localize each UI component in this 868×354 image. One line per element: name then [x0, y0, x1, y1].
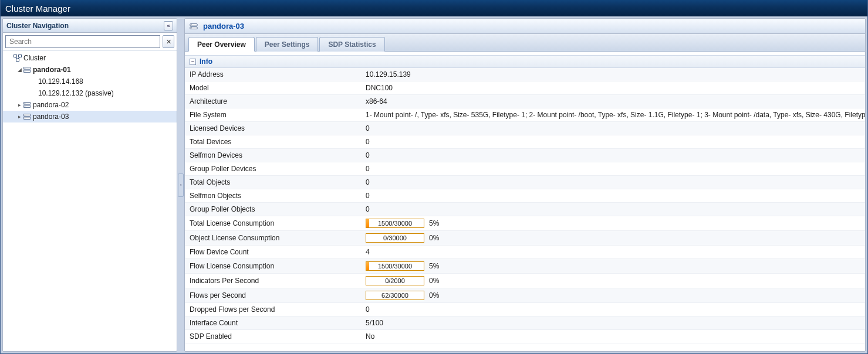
search-input[interactable]	[5, 35, 160, 48]
progress-label: 1500/30000	[378, 220, 412, 227]
svg-point-17	[191, 24, 192, 25]
server-icon	[23, 101, 31, 108]
tab-peer settings[interactable]: Peer Settings	[256, 37, 319, 52]
svg-rect-11	[23, 114, 31, 117]
svg-rect-0	[14, 55, 17, 57]
svg-point-14	[25, 118, 25, 118]
progress-label: 62/30000	[381, 292, 408, 299]
svg-rect-15	[190, 23, 197, 26]
progress-bar: 1500/30000	[366, 261, 424, 271]
info-value: 10.129.15.139	[361, 68, 865, 81]
progress-bar: 62/30000	[366, 291, 424, 300]
svg-rect-2	[16, 59, 19, 62]
content-title: pandora-03	[203, 22, 244, 30]
info-label: Flows per Second	[185, 288, 361, 303]
progress-label: 0/30000	[383, 234, 407, 241]
tab-label: SDP Statistics	[328, 40, 376, 49]
tab-peer overview[interactable]: Peer Overview	[188, 37, 255, 52]
info-value: No	[361, 330, 865, 343]
progress-percent: 5%	[429, 262, 445, 270]
expander-icon[interactable]: ▸	[16, 102, 23, 108]
svg-point-5	[25, 68, 25, 69]
tab-label: Peer Overview	[197, 40, 246, 49]
info-value: 1500/30000 5%	[361, 259, 865, 274]
tree-node-label: pandora-01	[33, 66, 71, 74]
info-label: SDP Enabled	[185, 330, 361, 343]
search-clear-button[interactable]: ✕	[163, 35, 174, 48]
chevron-left-icon: «	[167, 23, 170, 29]
info-label: File System	[185, 108, 361, 122]
sidebar-collapse-button[interactable]: «	[164, 21, 173, 30]
search-row: ✕	[3, 33, 177, 51]
tree-leaf[interactable]: 10.129.12.132 (passive)	[3, 87, 177, 99]
splitter[interactable]: ‹	[179, 18, 183, 352]
sidebar-title: Cluster Navigation	[6, 22, 69, 30]
tree-node-pandora-03[interactable]: ▸ pandora-03	[3, 111, 177, 122]
expander-icon[interactable]: ◢	[16, 67, 23, 73]
info-label: Total Objects	[185, 176, 361, 189]
info-label: IP Address	[185, 68, 361, 81]
info-value: 0	[361, 176, 865, 189]
tree-root[interactable]: Cluster	[3, 52, 177, 64]
progress-percent: 0%	[429, 277, 445, 285]
info-value: 0	[361, 135, 865, 149]
svg-point-13	[25, 115, 25, 115]
progress-bar: 0/30000	[366, 233, 424, 243]
content-header: pandora-03	[185, 19, 865, 34]
info-label: Group Poller Devices	[185, 162, 361, 176]
chevron-left-icon: ‹	[180, 182, 182, 188]
info-label: Dropped Flows per Second	[185, 303, 361, 316]
splitter-handle[interactable]: ‹	[178, 173, 184, 197]
info-value: 0/30000 0%	[361, 231, 865, 246]
cluster-tree[interactable]: Cluster ◢ pandora-01 10.129.14.168 10.12…	[3, 51, 177, 351]
main-area: Cluster Navigation « ✕ Cluster ◢ pandora…	[1, 16, 867, 353]
svg-point-18	[191, 27, 192, 28]
info-value: 5/100	[361, 316, 865, 330]
info-value: 1- Mount point- /, Type- xfs, Size- 535G…	[361, 108, 865, 122]
info-value: 0	[361, 189, 865, 203]
tree-node-pandora-02[interactable]: ▸ pandora-02	[3, 99, 177, 111]
progress-label: 1500/30000	[378, 263, 412, 270]
tree-leaf[interactable]: 10.129.14.168	[3, 76, 177, 87]
server-icon	[190, 23, 198, 30]
tab-sdp statistics[interactable]: SDP Statistics	[319, 37, 384, 52]
info-value: 0	[361, 303, 865, 316]
tree-leaf-label: 10.129.12.132 (passive)	[38, 89, 114, 97]
info-label: Flow Device Count	[185, 246, 361, 259]
info-value: 0/2000 0%	[361, 274, 865, 288]
minus-icon: −	[191, 59, 194, 64]
svg-point-9	[25, 103, 25, 104]
progress-label: 0/2000	[385, 277, 405, 284]
expander-icon[interactable]: ▸	[16, 114, 23, 120]
info-value: 62/30000 0%	[361, 288, 865, 303]
app-titlebar: Cluster Manager	[1, 0, 867, 16]
section-collapse-button[interactable]: −	[190, 59, 196, 65]
tab-bar: Peer Overview Peer Settings SDP Statisti…	[185, 34, 865, 52]
svg-rect-8	[23, 105, 31, 108]
svg-rect-3	[23, 67, 31, 70]
tree-node-pandora-01[interactable]: ◢ pandora-01	[3, 64, 177, 76]
tree-root-label: Cluster	[23, 54, 46, 62]
info-value: 1500/30000 5%	[361, 216, 865, 231]
info-grid: IP Address 10.129.15.139 Model DNC100 Ar…	[185, 68, 865, 343]
progress-percent: 5%	[429, 219, 445, 227]
progress-bar: 1500/30000	[366, 219, 424, 228]
info-value: 0	[361, 162, 865, 176]
svg-point-6	[25, 71, 25, 72]
app-title: Cluster Manager	[5, 4, 70, 13]
info-label: Licensed Devices	[185, 122, 361, 135]
info-section-header: − Info	[185, 55, 865, 68]
info-label: Indicators Per Second	[185, 274, 361, 288]
server-icon	[23, 66, 31, 73]
tree-node-label: pandora-03	[33, 113, 69, 121]
info-value: 4	[361, 246, 865, 259]
progress-bar: 0/2000	[366, 276, 424, 285]
info-label: Group Poller Objects	[185, 203, 361, 216]
info-label: Architecture	[185, 95, 361, 108]
info-label: Selfmon Objects	[185, 189, 361, 203]
info-label: Model	[185, 81, 361, 95]
info-label: Selfmon Devices	[185, 149, 361, 162]
info-label: Flow License Consumption	[185, 259, 361, 274]
svg-rect-1	[19, 55, 22, 57]
info-value: 0	[361, 122, 865, 135]
